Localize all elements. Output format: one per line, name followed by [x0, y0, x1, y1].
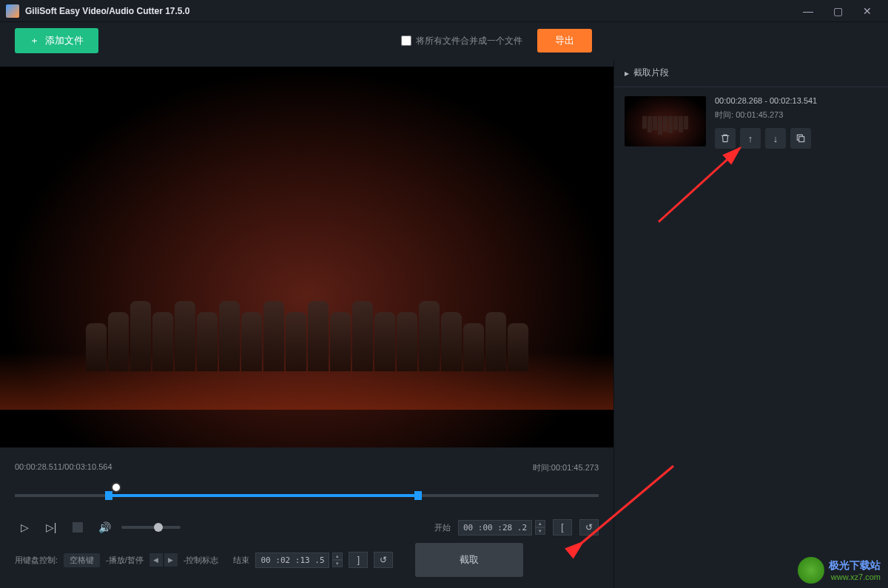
- volume-slider[interactable]: [121, 526, 181, 529]
- svg-rect-0: [799, 137, 804, 142]
- reset-end-button[interactable]: ↺: [374, 552, 393, 568]
- control-mark-hint: -控制标志: [184, 555, 219, 566]
- trash-icon: [720, 133, 730, 143]
- playhead-time: 00:00:28.511/00:03:10.564: [15, 462, 112, 473]
- stepper-down-icon[interactable]: ▾: [332, 560, 343, 567]
- timeline[interactable]: [15, 479, 599, 509]
- main-area: 00:00:28.511/00:03:10.564 时间:00:01:45.27…: [0, 59, 888, 588]
- end-label: 结束: [233, 555, 249, 566]
- add-file-label: 添加文件: [45, 34, 84, 47]
- merge-all-checkbox[interactable]: 将所有文件合并成一个文件: [401, 35, 522, 47]
- space-key-badge: 空格键: [64, 553, 100, 567]
- keyboard-prefix: 用键盘控制:: [15, 555, 58, 566]
- maximize-button[interactable]: ▢: [823, 0, 852, 22]
- segments-panel: ▸ 截取片段 00:00:28.268 - 00:02:13.541 时间: 0…: [614, 59, 888, 588]
- toolbar: ＋ 添加文件 将所有文件合并成一个文件 导出: [0, 22, 888, 59]
- stepper-up-icon[interactable]: ▴: [332, 552, 343, 560]
- stepper-up-icon[interactable]: ▴: [535, 520, 545, 527]
- left-arrow-key-icon: ◀: [149, 553, 163, 567]
- start-time-stepper[interactable]: ▴ ▾: [535, 520, 545, 535]
- copy-segment-button[interactable]: [790, 128, 811, 149]
- start-time-input[interactable]: [458, 520, 532, 535]
- playback-controls: ▷ ▷| 🔊 开始 ▴ ▾ [ ↺: [15, 518, 599, 537]
- set-end-bracket-button[interactable]: ]: [349, 552, 368, 568]
- watermark-line2: www.xz7.com: [829, 572, 881, 581]
- volume-icon[interactable]: 🔊: [95, 518, 114, 537]
- chevron-right-icon: ▸: [625, 68, 629, 78]
- keyboard-hints: 用键盘控制: 空格键 -播放/暂停 ◀ ▶ -控制标志 结束 ▴ ▾: [15, 552, 393, 568]
- segment-item[interactable]: 00:00:28.268 - 00:02:13.541 时间: 00:01:45…: [614, 87, 888, 158]
- playhead[interactable]: [111, 482, 121, 493]
- segment-info: 00:00:28.268 - 00:02:13.541 时间: 00:01:45…: [715, 96, 878, 149]
- segment-duration: 时间: 00:01:45.273: [715, 109, 878, 121]
- window-controls: — ▢ ✕: [793, 0, 882, 22]
- timeline-area: 00:00:28.511/00:03:10.564 时间:00:01:45.27…: [0, 455, 613, 588]
- close-button[interactable]: ✕: [852, 0, 882, 22]
- merge-all-label: 将所有文件合并成一个文件: [416, 35, 522, 47]
- stepper-down-icon[interactable]: ▾: [535, 527, 545, 535]
- left-panel: 00:00:28.511/00:03:10.564 时间:00:01:45.27…: [0, 59, 614, 588]
- end-time-stepper[interactable]: ▴ ▾: [332, 552, 343, 567]
- cut-button[interactable]: 截取: [415, 543, 523, 577]
- segment-thumbnail[interactable]: [625, 96, 706, 146]
- end-time-input[interactable]: [255, 552, 329, 568]
- watermark: 极光下载站 www.xz7.com: [798, 557, 881, 584]
- play-button[interactable]: ▷: [15, 518, 34, 537]
- app-icon: [6, 4, 19, 18]
- selection-start-handle[interactable]: [105, 491, 112, 500]
- play-pause-hint: -播放/暂停: [106, 555, 144, 566]
- stop-button[interactable]: [68, 518, 87, 537]
- plus-icon: ＋: [30, 34, 39, 47]
- add-file-button[interactable]: ＋ 添加文件: [15, 28, 98, 53]
- export-button[interactable]: 导出: [537, 29, 592, 53]
- arrow-up-icon: ↑: [748, 133, 753, 144]
- watermark-logo-icon: [798, 557, 824, 584]
- step-button[interactable]: ▷|: [41, 518, 61, 537]
- video-preview[interactable]: [0, 67, 613, 447]
- copy-icon: [796, 133, 806, 143]
- merge-all-input[interactable]: [401, 36, 411, 46]
- timeline-selection[interactable]: [108, 494, 417, 497]
- minimize-button[interactable]: —: [793, 0, 823, 22]
- reset-start-button[interactable]: ↺: [579, 519, 599, 535]
- set-start-bracket-button[interactable]: [: [553, 519, 572, 535]
- titlebar: GiliSoft Easy Video/Audio Cutter 17.5.0 …: [0, 0, 888, 22]
- app-title: GiliSoft Easy Video/Audio Cutter 17.5.0: [25, 6, 793, 16]
- move-down-button[interactable]: ↓: [765, 128, 786, 149]
- right-arrow-key-icon: ▶: [164, 553, 178, 567]
- segments-header[interactable]: ▸ 截取片段: [614, 59, 888, 87]
- segment-range: 00:00:28.268 - 00:02:13.541: [715, 96, 878, 105]
- delete-segment-button[interactable]: [715, 128, 736, 149]
- start-label: 开始: [434, 522, 451, 533]
- arrow-down-icon: ↓: [773, 133, 778, 144]
- move-up-button[interactable]: ↑: [740, 128, 761, 149]
- selection-duration: 时间:00:01:45.273: [533, 462, 599, 473]
- watermark-line1: 极光下载站: [829, 559, 881, 572]
- segments-header-label: 截取片段: [633, 67, 669, 79]
- selection-end-handle[interactable]: [414, 491, 422, 500]
